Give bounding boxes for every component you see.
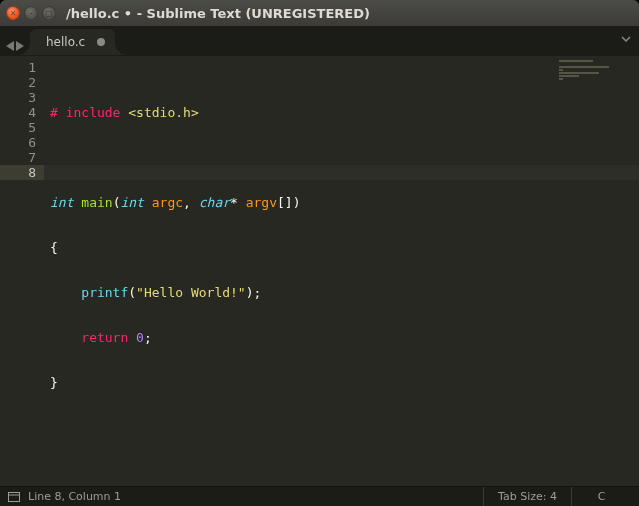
code-line: int main(int argc, char* argv[]) <box>50 195 639 210</box>
line-number: 3 <box>0 90 36 105</box>
line-number: 7 <box>0 150 36 165</box>
tab-strip: hello.c <box>0 26 639 56</box>
tab-label: hello.c <box>46 35 85 49</box>
line-number: 1 <box>0 60 36 75</box>
svg-rect-0 <box>9 492 20 501</box>
syntax-selector[interactable]: C <box>571 487 631 506</box>
code-line <box>50 150 639 165</box>
line-number: 2 <box>0 75 36 90</box>
line-number: 6 <box>0 135 36 150</box>
code-line <box>50 420 639 435</box>
code-line: } <box>50 375 639 390</box>
tab-nav-back-icon[interactable] <box>6 41 14 51</box>
tab-hello-c[interactable]: hello.c <box>30 29 115 55</box>
close-icon[interactable]: ✕ <box>6 6 20 20</box>
code-line: return 0; <box>50 330 639 345</box>
maximize-icon[interactable]: ▢ <box>42 6 56 20</box>
code-view[interactable]: # include <stdio.h> int main(int argc, c… <box>44 56 639 486</box>
code-line: printf("Hello World!"); <box>50 285 639 300</box>
panel-switcher-icon[interactable] <box>8 492 20 502</box>
window-title: /hello.c • - Sublime Text (UNREGISTERED) <box>66 6 370 21</box>
cursor-position[interactable]: Line 8, Column 1 <box>28 490 121 503</box>
status-bar: Line 8, Column 1 Tab Size: 4 C <box>0 486 639 506</box>
line-number: 5 <box>0 120 36 135</box>
code-line: # include <stdio.h> <box>50 105 639 120</box>
gutter: 1 2 3 4 5 6 7 8 <box>0 56 44 486</box>
line-number: 8 <box>0 165 44 180</box>
current-line-highlight <box>44 165 639 180</box>
dirty-indicator-icon <box>97 38 105 46</box>
titlebar[interactable]: ✕ ‐ ▢ /hello.c • - Sublime Text (UNREGIS… <box>0 0 639 26</box>
minimize-icon[interactable]: ‐ <box>24 6 38 20</box>
sublime-window: ✕ ‐ ▢ /hello.c • - Sublime Text (UNREGIS… <box>0 0 639 506</box>
tab-size-selector[interactable]: Tab Size: 4 <box>483 487 571 506</box>
editor-area[interactable]: 1 2 3 4 5 6 7 8 # include <stdio.h> int … <box>0 56 639 486</box>
line-number: 4 <box>0 105 36 120</box>
tab-dropdown-icon[interactable] <box>621 34 631 44</box>
code-line: { <box>50 240 639 255</box>
